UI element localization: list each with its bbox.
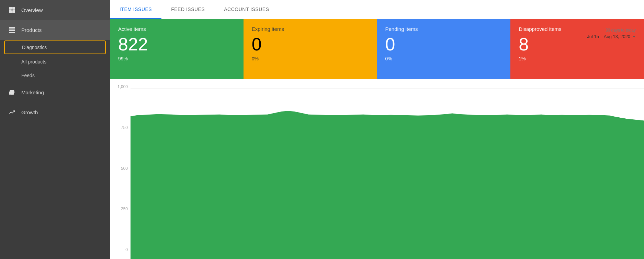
- svg-rect-1: [12, 7, 15, 10]
- expiring-percent: 0%: [252, 56, 369, 61]
- expiring-label: Expiring items: [252, 26, 369, 32]
- sidebar: Overview Products Diagnostics All produc…: [0, 0, 110, 259]
- main-wrapper: 30 days to today Jul 15 – Aug 13, 2020 ▼…: [110, 0, 644, 259]
- sidebar-item-overview[interactable]: Overview: [0, 0, 110, 20]
- products-submenu: Diagnostics All products Feeds: [0, 40, 110, 82]
- tab-item-issues[interactable]: ITEM ISSUES: [110, 0, 161, 19]
- stat-card-pending[interactable]: Pending items 0 0%: [377, 19, 511, 79]
- all-products-label: All products: [21, 59, 46, 64]
- stat-card-active[interactable]: Active items 822 99%: [110, 19, 244, 79]
- date-range-value-text: Jul 15 – Aug 13, 2020: [587, 34, 630, 39]
- chart-svg: [131, 79, 644, 259]
- tab-feed-issues[interactable]: FEED ISSUES: [161, 0, 214, 19]
- pending-percent: 0%: [385, 56, 502, 61]
- svg-rect-7: [9, 32, 15, 33]
- disapproved-percent: 1%: [519, 56, 636, 61]
- svg-rect-6: [9, 30, 15, 31]
- sidebar-subitem-feeds[interactable]: Feeds: [0, 69, 110, 82]
- sidebar-item-products-label: Products: [21, 27, 42, 33]
- shopping-icon: [8, 89, 16, 96]
- expiring-value: 0: [252, 35, 369, 53]
- table-icon: [8, 26, 16, 34]
- sidebar-item-marketing[interactable]: Marketing: [0, 82, 110, 102]
- svg-rect-3: [12, 10, 15, 13]
- main-content: ITEM ISSUES FEED ISSUES ACCOUNT ISSUES A…: [110, 0, 644, 259]
- sidebar-item-growth[interactable]: Growth: [0, 102, 110, 122]
- pending-value: 0: [385, 35, 502, 53]
- sidebar-subitem-all-products[interactable]: All products: [0, 55, 110, 69]
- tab-account-issues[interactable]: ACCOUNT ISSUES: [214, 0, 279, 19]
- svg-point-8: [11, 94, 12, 95]
- date-range-label: 30 days to today: [587, 28, 636, 33]
- chart-area: 1,000 750 500 250 0: [110, 79, 644, 259]
- grid-icon: [8, 6, 16, 14]
- svg-rect-0: [9, 7, 12, 10]
- sidebar-subitem-diagnostics[interactable]: Diagnostics: [4, 40, 106, 54]
- sidebar-item-products[interactable]: Products: [0, 20, 110, 40]
- chart-canvas: [131, 79, 644, 259]
- svg-rect-2: [9, 10, 12, 13]
- active-percent: 99%: [118, 56, 235, 61]
- chevron-down-icon: ▼: [632, 35, 636, 38]
- sidebar-item-overview-label: Overview: [21, 7, 43, 13]
- sidebar-item-growth-label: Growth: [21, 109, 38, 115]
- stats-row: Active items 822 99% Expiring items 0 0%…: [110, 19, 644, 79]
- active-value: 822: [118, 35, 235, 53]
- svg-rect-4: [9, 27, 15, 28]
- y-axis-labels: 1,000 750 500 250 0: [110, 79, 131, 259]
- active-label: Active items: [118, 26, 235, 32]
- y-label-1000: 1,000: [117, 84, 128, 89]
- svg-point-9: [12, 94, 13, 95]
- feeds-label: Feeds: [21, 73, 35, 78]
- y-label-0: 0: [125, 247, 128, 252]
- svg-rect-5: [9, 28, 15, 30]
- active-area: [131, 111, 644, 259]
- stat-card-expiring[interactable]: Expiring items 0 0%: [244, 19, 377, 79]
- date-range-area: 30 days to today Jul 15 – Aug 13, 2020 ▼: [579, 22, 644, 45]
- tabs-bar: ITEM ISSUES FEED ISSUES ACCOUNT ISSUES: [110, 0, 644, 19]
- y-label-250: 250: [121, 207, 128, 211]
- sidebar-item-marketing-label: Marketing: [21, 90, 44, 95]
- growth-icon: [8, 108, 16, 116]
- date-range-selector[interactable]: Jul 15 – Aug 13, 2020 ▼: [587, 34, 636, 39]
- pending-label: Pending items: [385, 26, 502, 32]
- y-label-750: 750: [121, 125, 128, 130]
- y-label-500: 500: [121, 166, 128, 171]
- diagnostics-label: Diagnostics: [22, 45, 47, 50]
